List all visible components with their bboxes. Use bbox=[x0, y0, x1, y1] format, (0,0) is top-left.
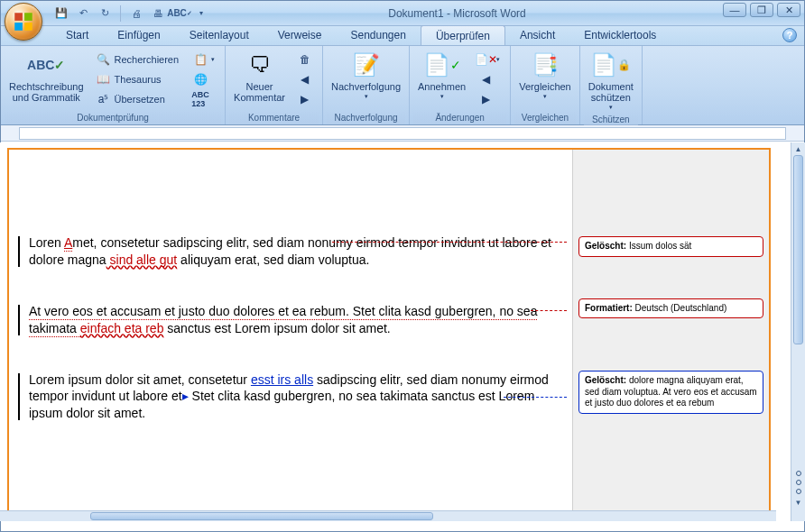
svg-rect-2 bbox=[14, 23, 23, 31]
svg-rect-1 bbox=[24, 13, 32, 21]
group-comments-label: Kommentare bbox=[229, 112, 319, 124]
chevron-down-icon: ▾ bbox=[440, 93, 444, 100]
scroll-up-icon[interactable]: ▲ bbox=[791, 142, 805, 155]
prev-comment-button[interactable]: ◀ bbox=[293, 69, 317, 89]
translate-button[interactable]: a⁵Übersetzen bbox=[92, 89, 184, 109]
window-title: Dokument1 - Microsoft Word bbox=[209, 7, 804, 20]
tab-start[interactable]: Start bbox=[51, 26, 103, 46]
research-button[interactable]: 🔍Recherchieren bbox=[92, 50, 184, 69]
new-comment-button[interactable]: 🗨 Neuer Kommentar bbox=[229, 48, 290, 112]
inserted-text-red: einfach eta reb bbox=[80, 321, 164, 335]
group-compare: 📑 Vergleichen ▾ Vergleichen bbox=[511, 46, 580, 124]
browse-object-dots[interactable] bbox=[791, 471, 805, 494]
thesaurus-icon: 📖 bbox=[97, 72, 111, 87]
group-proofing-label: Dokumentprüfung bbox=[5, 112, 221, 124]
word-count-icon: ABC123 bbox=[193, 92, 208, 106]
minimize-button[interactable]: — bbox=[723, 3, 746, 17]
page-body[interactable]: Loren Amet, consetetur sadipscing elitr,… bbox=[9, 150, 572, 519]
tab-mailings[interactable]: Sendungen bbox=[336, 26, 420, 46]
group-changes-label: Änderungen bbox=[413, 112, 506, 124]
group-tracking-label: Nachverfolgung bbox=[327, 112, 405, 124]
proofing-extra1-button[interactable]: 📋▾ bbox=[189, 50, 219, 69]
close-button[interactable]: ✕ bbox=[777, 3, 800, 17]
word-count-button[interactable]: ABC123 bbox=[189, 89, 219, 109]
qat-separator bbox=[120, 5, 121, 22]
protect-icon: 📄🔒 bbox=[597, 50, 625, 79]
group-protect: 📄🔒 Dokument schützen ▾ Schützen bbox=[580, 46, 643, 124]
window-controls: — ❐ ✕ bbox=[723, 3, 800, 17]
next-comment-button[interactable]: ▶ bbox=[293, 89, 317, 109]
print-icon[interactable]: 🖨 bbox=[128, 5, 144, 22]
maximize-button[interactable]: ❐ bbox=[750, 3, 773, 17]
caret-icon: ▸ bbox=[182, 389, 189, 403]
redo-icon[interactable]: ↻ bbox=[97, 5, 113, 22]
document-area: Loren Amet, consetetur sadipscing elitr,… bbox=[0, 142, 805, 521]
ribbon-tabs: Start Einfügen Seitenlayout Verweise Sen… bbox=[1, 26, 804, 46]
next-comment-icon: ▶ bbox=[298, 92, 312, 106]
paragraph-1: Loren Amet, consetetur sadipscing elitr,… bbox=[29, 234, 558, 269]
reject-button[interactable]: 📄✕▾ bbox=[474, 50, 504, 69]
tab-references[interactable]: Verweise bbox=[264, 26, 337, 46]
group-proofing: ABC✓ Rechtschreibung und Grammatik 🔍Rech… bbox=[1, 46, 226, 124]
paragraph-2: At vero eos et accusam et justo duo dolo… bbox=[29, 303, 558, 337]
tab-review[interactable]: Überprüfen bbox=[421, 25, 505, 45]
quick-access-toolbar: 💾 ↶ ↻ 🖨 🖶 ABC✓ ▾ bbox=[53, 5, 209, 22]
balloon-deleted[interactable]: Gelöscht: dolore magna aliquyam erat, se… bbox=[578, 371, 763, 414]
paragraph-3: Lorem ipsum dolor sit amet, consetetur e… bbox=[29, 371, 558, 423]
balloon-formatted[interactable]: Formatiert: Deutsch (Deutschland) bbox=[578, 298, 763, 319]
tab-pagelayout[interactable]: Seitenlayout bbox=[175, 26, 264, 46]
change-bar bbox=[18, 305, 20, 335]
horizontal-ruler[interactable] bbox=[1, 125, 804, 142]
spelling-icon[interactable]: ABC✓ bbox=[171, 5, 188, 22]
proofing-extra2-button[interactable]: 🌐 bbox=[189, 69, 219, 89]
chevron-down-icon: ▾ bbox=[365, 93, 368, 100]
next-change-icon: ▶ bbox=[478, 92, 493, 106]
tab-view[interactable]: Ansicht bbox=[505, 26, 569, 46]
document-scroll: Loren Amet, consetetur sadipscing elitr,… bbox=[0, 142, 791, 521]
group-comments: 🗨 Neuer Kommentar 🗑 ◀ ▶ Kommentare bbox=[226, 46, 323, 124]
prev-change-button[interactable]: ◀ bbox=[474, 69, 504, 89]
research-icon: 🔍 bbox=[97, 52, 111, 67]
undo-icon[interactable]: ↶ bbox=[75, 5, 91, 22]
accept-icon: 📄✓ bbox=[428, 50, 457, 79]
qat-customize-icon[interactable]: ▾ bbox=[193, 5, 209, 22]
prev-comment-icon: ◀ bbox=[298, 72, 312, 87]
track-changes-button[interactable]: 📝 Nachverfolgung ▾ bbox=[327, 48, 405, 112]
accept-button[interactable]: 📄✓ Annehmen ▾ bbox=[413, 48, 470, 112]
scroll-thumb[interactable] bbox=[90, 512, 433, 520]
save-icon[interactable]: 💾 bbox=[53, 5, 69, 22]
balloon-deleted[interactable]: Gelöscht: Issum dolos sät bbox=[578, 236, 763, 257]
protect-document-button[interactable]: 📄🔒 Dokument schützen ▾ bbox=[584, 48, 638, 114]
inserted-text-red: A bbox=[64, 235, 72, 252]
next-change-button[interactable]: ▶ bbox=[474, 89, 504, 109]
prev-change-icon: ◀ bbox=[478, 72, 493, 87]
titlebar: 💾 ↶ ↻ 🖨 🖶 ABC✓ ▾ Dokument1 - Microsoft W… bbox=[1, 1, 804, 26]
reject-icon: 📄✕ bbox=[478, 52, 493, 67]
tab-developer[interactable]: Entwicklertools bbox=[569, 26, 671, 46]
group-changes: 📄✓ Annehmen ▾ 📄✕▾ ◀ ▶ Änderungen bbox=[410, 46, 511, 124]
spelling-grammar-button[interactable]: ABC✓ Rechtschreibung und Grammatik bbox=[5, 48, 88, 112]
help-icon[interactable]: ? bbox=[782, 28, 797, 42]
page: Loren Amet, consetetur sadipscing elitr,… bbox=[7, 148, 771, 521]
quick-print-icon[interactable]: 🖶 bbox=[150, 5, 166, 22]
scroll-thumb[interactable] bbox=[793, 155, 803, 344]
language-icon: 🌐 bbox=[193, 72, 208, 87]
translate-icon: a⁵ bbox=[97, 92, 111, 106]
chevron-down-icon: ▾ bbox=[543, 93, 547, 100]
delete-comment-button[interactable]: 🗑 bbox=[293, 50, 317, 69]
office-button[interactable] bbox=[5, 3, 42, 41]
balloon-connector bbox=[504, 397, 567, 398]
chevron-down-icon: ▾ bbox=[609, 104, 613, 111]
scroll-down-icon[interactable]: ▼ bbox=[791, 496, 805, 509]
horizontal-scrollbar[interactable] bbox=[0, 510, 776, 521]
inserted-text-blue: esst irs alls bbox=[251, 372, 313, 387]
tab-insert[interactable]: Einfügen bbox=[103, 26, 174, 46]
thesaurus-button[interactable]: 📖Thesaurus bbox=[92, 69, 184, 89]
balloon-connector bbox=[531, 310, 567, 311]
track-changes-icon: 📝 bbox=[352, 50, 381, 79]
group-protect-label: Schützen bbox=[584, 114, 638, 126]
new-comment-icon: 🗨 bbox=[245, 50, 274, 79]
svg-rect-0 bbox=[14, 13, 23, 21]
vertical-scrollbar[interactable]: ▲ ▼ bbox=[791, 142, 805, 521]
compare-button[interactable]: 📑 Vergleichen ▾ bbox=[514, 48, 576, 112]
